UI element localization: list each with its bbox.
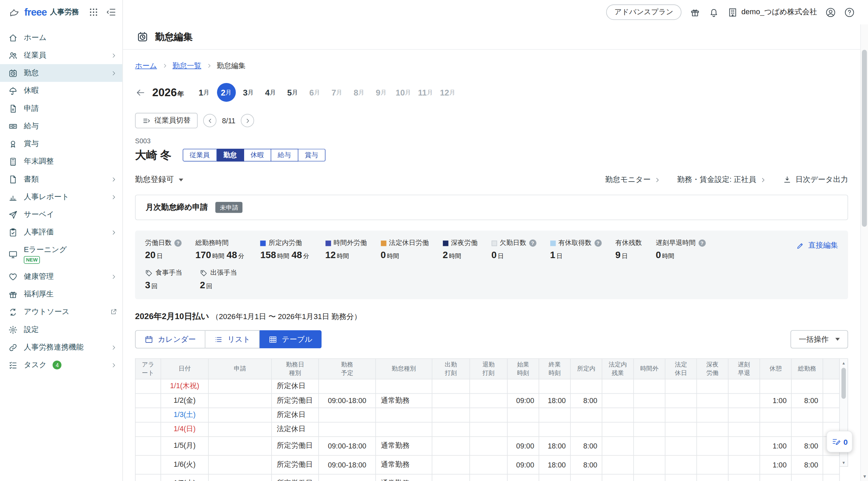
cell-night[interactable] — [697, 474, 728, 481]
cell-end[interactable]: 18:00 — [539, 455, 570, 474]
cell-scheduled[interactable]: 8:00 — [570, 455, 602, 474]
scrollbar-thumb[interactable] — [842, 368, 846, 399]
cell-clock-in[interactable] — [432, 422, 470, 436]
sidebar-item-employees[interactable]: 従業員 — [0, 46, 122, 64]
cell-end[interactable] — [539, 379, 570, 393]
cell-total[interactable]: 8:00 — [791, 393, 823, 407]
cell-day-type[interactable]: 所定労働日 — [272, 393, 319, 407]
cell-night[interactable] — [697, 422, 728, 436]
attendance-status-dropdown[interactable]: 勤怠登録可 — [135, 175, 183, 185]
cell-clock-in[interactable] — [432, 455, 470, 474]
cell-break[interactable]: 1:00 — [760, 474, 791, 481]
scroll-down-icon[interactable] — [861, 471, 868, 479]
cell-request[interactable] — [209, 379, 272, 393]
cell-total[interactable]: 8:00 — [791, 455, 823, 474]
sidebar-item-documents[interactable]: 書類 — [0, 170, 122, 188]
cell-legal-overtime[interactable] — [602, 422, 634, 436]
cell-overtime[interactable] — [634, 422, 665, 436]
cell-scheduled[interactable] — [570, 422, 602, 436]
breadcrumb-attendance-list[interactable]: 勤怠一覧 — [173, 61, 201, 71]
info-icon[interactable] — [698, 239, 706, 247]
cell-late-early[interactable] — [728, 393, 760, 407]
sidebar-item-bonus[interactable]: 賞与 — [0, 135, 122, 152]
cell-break[interactable]: 1:00 — [760, 455, 791, 474]
pending-changes-fab[interactable]: 0 — [827, 431, 853, 453]
cell-schedule[interactable]: 09:00-18:00 — [319, 474, 376, 481]
daily-data-export-link[interactable]: 日次データ出力 — [783, 175, 848, 185]
cell-start[interactable] — [507, 408, 539, 422]
cell-day-type[interactable]: 所定休日 — [272, 379, 319, 393]
cell-total[interactable] — [791, 379, 823, 393]
tab-vacation[interactable]: 休暇 — [244, 149, 271, 162]
cell-clock-out[interactable] — [470, 455, 507, 474]
cell-clock-in[interactable] — [432, 436, 470, 455]
brand-logo[interactable]: freee 人事労務 — [0, 0, 122, 24]
cell-start[interactable] — [507, 379, 539, 393]
apps-grid-icon[interactable] — [88, 7, 98, 17]
cell-kind[interactable]: 通常勤務 — [376, 455, 432, 474]
cell-start[interactable] — [507, 422, 539, 436]
cell-scheduled[interactable] — [570, 408, 602, 422]
bulk-action-button[interactable]: 一括操作 — [790, 330, 848, 349]
cell-day-type[interactable]: 所定休日 — [272, 408, 319, 422]
cell-scheduled[interactable] — [570, 379, 602, 393]
cell-alert[interactable] — [135, 436, 161, 455]
sidebar-item-hr-evaluation[interactable]: 人事評価 — [0, 224, 122, 241]
cell-total[interactable]: 8:00 — [791, 436, 823, 455]
info-icon[interactable] — [174, 239, 181, 247]
cell-break[interactable] — [760, 379, 791, 393]
cell-schedule[interactable]: 09:00-18:00 — [319, 393, 376, 407]
scroll-down-icon[interactable] — [840, 458, 848, 466]
month-8[interactable]: 8月 — [350, 83, 369, 102]
cell-legal-holiday[interactable] — [665, 455, 697, 474]
sidebar-item-payroll[interactable]: 給与 — [0, 117, 122, 135]
cell-end[interactable] — [539, 408, 570, 422]
cell-alert[interactable] — [135, 422, 161, 436]
cell-legal-overtime[interactable] — [602, 455, 634, 474]
cell-scheduled[interactable]: 8:00 — [570, 436, 602, 455]
cell-legal-overtime[interactable] — [602, 474, 634, 481]
tab-payroll[interactable]: 給与 — [271, 149, 298, 162]
cell-overtime[interactable] — [634, 474, 665, 481]
month-6[interactable]: 6月 — [305, 83, 324, 102]
company-switcher[interactable]: demo_つばめ株式会社 — [728, 7, 817, 17]
cell-clock-in[interactable] — [432, 408, 470, 422]
view-table-button[interactable]: テーブル — [260, 330, 322, 349]
month-10[interactable]: 10月 — [394, 83, 413, 102]
next-employee-button[interactable] — [241, 114, 254, 127]
cell-alert[interactable] — [135, 455, 161, 474]
cell-schedule[interactable]: 09:00-18:00 — [319, 455, 376, 474]
cell-kind[interactable] — [376, 408, 432, 422]
sidebar-item-welfare[interactable]: 福利厚生 — [0, 285, 122, 303]
cell-night[interactable] — [697, 436, 728, 455]
cell-total[interactable] — [791, 408, 823, 422]
cell-kind[interactable]: 通常勤務 — [376, 474, 432, 481]
sidebar-item-hr-report[interactable]: 人事レポート — [0, 188, 122, 206]
view-calendar-button[interactable]: カレンダー — [135, 330, 205, 349]
cell-break[interactable] — [760, 408, 791, 422]
cell-legal-overtime[interactable] — [602, 408, 634, 422]
sidebar-item-attendance[interactable]: 勤怠 — [0, 64, 122, 82]
cell-clock-out[interactable] — [470, 393, 507, 407]
cell-kind[interactable]: 通常勤務 — [376, 436, 432, 455]
cell-day-type[interactable]: 所定労働日 — [272, 455, 319, 474]
cell-total[interactable] — [791, 422, 823, 436]
attendance-monitor-link[interactable]: 勤怠モニター — [605, 175, 660, 185]
month-1[interactable]: 1月 — [195, 83, 214, 102]
month-12[interactable]: 12月 — [438, 83, 457, 102]
month-11[interactable]: 11月 — [416, 83, 435, 102]
monthly-close-request[interactable]: 月次勤怠締め申請 未申請 — [135, 195, 848, 220]
cell-late-early[interactable] — [728, 422, 760, 436]
cell-break[interactable]: 1:00 — [760, 393, 791, 407]
cell-overtime[interactable] — [634, 393, 665, 407]
month-9[interactable]: 9月 — [372, 83, 391, 102]
cell-legal-overtime[interactable] — [602, 436, 634, 455]
cell-end[interactable] — [539, 422, 570, 436]
info-icon[interactable] — [594, 239, 601, 247]
cell-scheduled[interactable]: 8:00 — [570, 393, 602, 407]
cell-clock-out[interactable] — [470, 379, 507, 393]
sidebar-item-settings[interactable]: 設定 — [0, 321, 122, 338]
cell-kind[interactable] — [376, 379, 432, 393]
sidebar-item-elearning[interactable]: Eラーニング NEW — [0, 241, 122, 268]
sidebar-item-vacation[interactable]: 休暇 — [0, 82, 122, 100]
